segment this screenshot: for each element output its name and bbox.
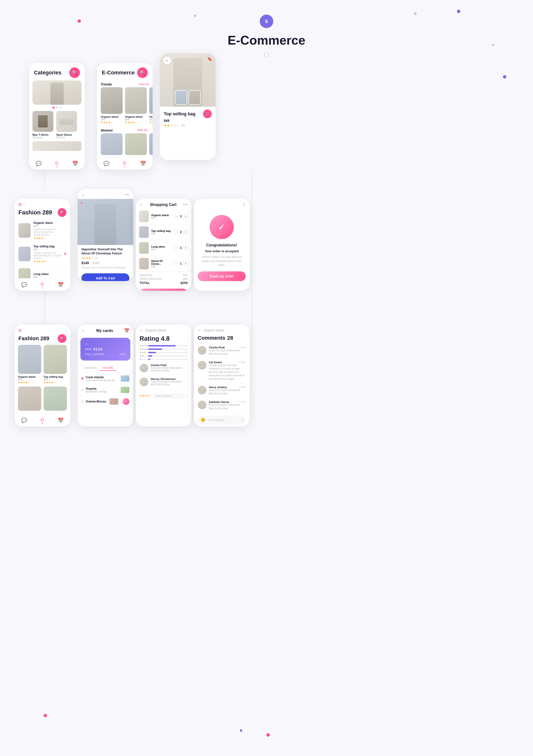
add-country-btn[interactable]: +: [122, 398, 129, 405]
heart-3[interactable]: ♡: [63, 273, 67, 278]
fashion-grid-search[interactable]: 🔍: [58, 334, 67, 343]
comments-back-btn[interactable]: ←: [198, 328, 201, 333]
add-to-cart-btn[interactable]: Add To Cart: [81, 273, 129, 281]
country-guyana[interactable]: Guyana add wobbsn 4lf 4pp: [77, 384, 133, 396]
sub-img-1[interactable]: [175, 90, 187, 105]
review-stars-input[interactable]: ★★★★☆: [140, 394, 152, 397]
nav-calendar-3[interactable]: 📅: [58, 282, 64, 288]
ecommerce-search-btn[interactable]: 🔍: [137, 68, 148, 78]
comment-input[interactable]: Your comment...: [153, 393, 185, 399]
card-toggle[interactable]: ⊙: [85, 343, 125, 345]
more-btn-2[interactable]: •••: [125, 192, 129, 198]
grid-icon-2[interactable]: ⊞: [18, 328, 21, 333]
newest-3[interactable]: [149, 133, 153, 156]
confirmed-chevron[interactable]: ∨: [243, 202, 246, 207]
cards-calendar[interactable]: 📅: [124, 328, 129, 334]
cart-more-btn[interactable]: •••: [183, 202, 188, 207]
trend-2[interactable]: Organic black $49 ★★★★☆: [125, 87, 147, 124]
rating-back-btn[interactable]: ←: [140, 328, 144, 333]
tab-income[interactable]: INCOME: [100, 365, 116, 371]
newest-1[interactable]: [101, 133, 122, 156]
add-to-cart-mini[interactable]: 🛒: [203, 110, 212, 118]
filter-icon-2[interactable]: ≡: [65, 329, 67, 332]
nav-calendar-1[interactable]: 📅: [72, 161, 78, 167]
comment-time-2: 12 MIN: [239, 361, 246, 364]
message-input-row: 🙂 Your message... ›: [198, 416, 246, 424]
newest-view-all[interactable]: View all ›: [137, 128, 149, 132]
trends-view-all[interactable]: View all: [139, 82, 149, 86]
country-cook-islands[interactable]: Cook Islands cook island taial ald apt t…: [77, 373, 133, 384]
nav-home-1[interactable]: ⊙: [55, 160, 59, 167]
fashion-item-2[interactable]: Top selling bag $49 Usually a person can…: [14, 242, 70, 266]
nav-home-4[interactable]: ⊙: [40, 417, 44, 424]
filter-icon[interactable]: ≡: [23, 203, 25, 206]
heart-1[interactable]: ♡: [63, 228, 67, 233]
trend-3[interactable]: Organic bl... $49 ★★★★☆: [149, 87, 153, 124]
grid-icon[interactable]: ⊞: [18, 202, 21, 207]
fashion-item-info-2: Top selling bag $49 Usually a person can…: [34, 245, 61, 263]
product-name: Top selling bag: [164, 112, 196, 117]
nav-calendar-2[interactable]: 📅: [140, 161, 146, 167]
qty-minus-3[interactable]: −: [174, 245, 178, 250]
grid-item-3[interactable]: [18, 387, 41, 412]
qty-plus-1[interactable]: +: [183, 214, 188, 219]
newest-2[interactable]: [125, 133, 147, 156]
nav-home-2[interactable]: ⊙: [122, 160, 127, 167]
heart-2[interactable]: ♥: [64, 252, 67, 256]
trend-1[interactable]: Organic black $49 ★★★★☆: [101, 87, 122, 124]
qty-val-4: 1: [180, 262, 182, 265]
rating-bar-3: ★★★☆☆: [140, 351, 188, 354]
tab-expense[interactable]: EXPENSE: [81, 365, 100, 371]
cart-back-btn[interactable]: ←: [140, 202, 144, 207]
message-emoji[interactable]: 🙂: [200, 418, 205, 422]
bar-bg-5: [148, 345, 188, 346]
fashion-item-price-2: $49: [34, 248, 61, 251]
back-btn[interactable]: ←: [163, 57, 171, 65]
nav-chat-4[interactable]: 💬: [21, 418, 27, 423]
cat-item-shoes[interactable]: Sport Shoes 92 items: [56, 111, 77, 139]
product2-price-row: $149 $190 ♡: [81, 261, 129, 265]
cart-item-3[interactable]: Long sleev $49 − 1 +: [136, 240, 191, 256]
qty-minus-1[interactable]: −: [174, 214, 178, 219]
track-order-btn[interactable]: Track my order: [198, 271, 246, 281]
cart-item-2[interactable]: Top selling bag $49 − 2 +: [136, 224, 191, 240]
message-placeholder[interactable]: Your message...: [207, 418, 240, 421]
fashion-search-btn[interactable]: 🔍: [58, 208, 67, 217]
send-message-btn[interactable]: ›: [242, 418, 243, 422]
product2-heart[interactable]: ♡: [126, 261, 129, 265]
send-comment-btn[interactable]: ›: [186, 394, 188, 398]
bar-bg-1: [148, 359, 188, 360]
grid-item-1[interactable]: Organic black $49 ★★★★☆: [18, 345, 41, 384]
bookmark-btn[interactable]: 🔖: [207, 57, 212, 61]
nav-home-3[interactable]: ⊙: [40, 281, 44, 288]
qty-plus-2[interactable]: +: [183, 230, 188, 234]
comment-text-1: Peace On Earth A Wonderful Wish But No W…: [209, 349, 246, 356]
grid-item-2[interactable]: Top selling bag $49 ★★★★☆: [43, 345, 67, 384]
categories-search-btn[interactable]: 🔍: [69, 68, 80, 78]
nav-calendar-4[interactable]: 📅: [58, 418, 64, 423]
confirmed-title: Congratulations!: [206, 243, 237, 247]
sub-img-2[interactable]: [189, 90, 200, 105]
qty-plus-4[interactable]: +: [183, 261, 188, 266]
cart-item-1[interactable]: Organic black $49 − 1 +: [136, 209, 191, 224]
checkout-btn[interactable]: Check Out: [140, 288, 188, 291]
bar-bg-4: [148, 348, 188, 350]
qty-minus-4[interactable]: −: [174, 261, 178, 266]
nav-chat-3[interactable]: 💬: [21, 282, 27, 288]
nav-chat-1[interactable]: 💬: [36, 161, 42, 167]
country-guinea-bissau[interactable]: Guinea-Bissau +: [77, 396, 133, 408]
cards-back-btn[interactable]: ←: [81, 329, 85, 333]
cart-item-4[interactable]: Ghost Of Christ... $49 − 1 +: [136, 256, 191, 272]
indicator-dot: [81, 202, 82, 204]
qty-plus-3[interactable]: +: [183, 245, 188, 250]
qty-val-2: 2: [180, 230, 182, 234]
comment-time-1: 12 MIN: [239, 346, 246, 349]
reviewer-info-1: Charlie Pratt Peace On Earth A Wonderful…: [151, 364, 188, 372]
nav-chat-2[interactable]: 💬: [103, 161, 110, 167]
qty-val-3: 1: [180, 246, 182, 250]
fashion-item-1[interactable]: Organic black $49 Usually a person can s…: [14, 219, 70, 242]
cat-item-tshirts[interactable]: Man T-Shirts 259 items: [33, 111, 53, 139]
qty-minus-2[interactable]: −: [174, 230, 178, 234]
grid-item-4[interactable]: [43, 387, 67, 412]
back-btn-2[interactable]: ←: [81, 193, 85, 197]
